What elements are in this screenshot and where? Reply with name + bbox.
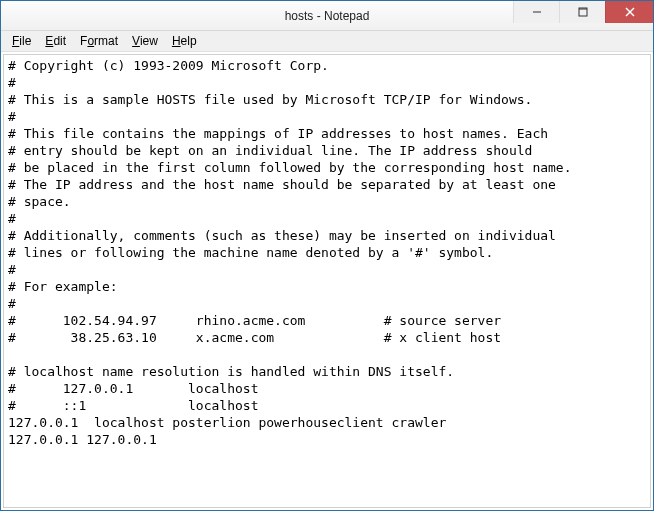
close-icon xyxy=(625,7,635,17)
window-controls xyxy=(513,1,653,23)
menu-help[interactable]: Help xyxy=(165,32,204,50)
editor-container xyxy=(3,54,651,508)
menu-format[interactable]: Format xyxy=(73,32,125,50)
minimize-button[interactable] xyxy=(513,1,559,23)
minimize-icon xyxy=(532,7,542,17)
notepad-window: hosts - Notepad File Edit Format View He… xyxy=(0,0,654,511)
text-editor[interactable] xyxy=(4,55,650,507)
maximize-icon xyxy=(578,7,588,17)
menubar: File Edit Format View Help xyxy=(1,31,653,52)
maximize-button[interactable] xyxy=(559,1,605,23)
menu-view[interactable]: View xyxy=(125,32,165,50)
menu-file[interactable]: File xyxy=(5,32,38,50)
titlebar[interactable]: hosts - Notepad xyxy=(1,1,653,31)
close-button[interactable] xyxy=(605,1,653,23)
menu-edit[interactable]: Edit xyxy=(38,32,73,50)
